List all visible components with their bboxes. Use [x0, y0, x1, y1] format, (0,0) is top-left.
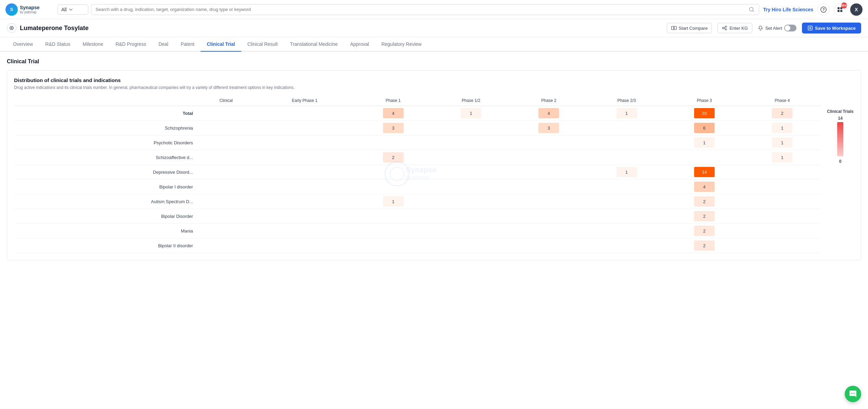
legend-gradient: [837, 122, 843, 156]
table-row: Mania2: [14, 224, 821, 238]
heat-cell: 1: [772, 137, 792, 148]
heat-cell-container: [588, 180, 665, 194]
heat-cell-container: 28: [665, 106, 743, 121]
heat-cell-container: [665, 150, 743, 165]
help-button[interactable]: ?: [817, 3, 830, 16]
heat-cell-container: [255, 165, 354, 180]
start-compare-button[interactable]: Start Compare: [667, 23, 712, 33]
tab-overview[interactable]: Overview: [7, 37, 39, 52]
table-row: Bipolar I disorder4: [14, 180, 821, 194]
heat-cell-container: [588, 224, 665, 238]
heat-cell: 2: [383, 152, 404, 162]
heat-cell: 4: [694, 182, 715, 192]
heat-cell-container: [743, 165, 821, 180]
heat-cell-container: 2: [354, 150, 432, 165]
table-row: Bipolar Disorder2: [14, 209, 821, 224]
heat-cell-container: [588, 135, 665, 150]
heat-cell-container: [432, 238, 510, 253]
svg-line-15: [724, 28, 726, 29]
heat-cell-container: [197, 209, 255, 224]
set-alert-label: Set Alert: [765, 26, 782, 31]
user-avatar[interactable]: X: [850, 3, 863, 16]
heat-cell-container: 4: [665, 180, 743, 194]
search-input[interactable]: [95, 7, 746, 12]
heat-cell-container: [255, 224, 354, 238]
row-label: Psychotic Disorders: [14, 135, 197, 150]
tab-patent[interactable]: Patent: [175, 37, 201, 52]
svg-point-12: [725, 26, 727, 27]
alert-toggle-switch[interactable]: [784, 25, 796, 31]
heat-cell-container: 2: [665, 209, 743, 224]
heat-cell: 1: [772, 152, 792, 162]
try-hiro-link[interactable]: Try Hiro Life Sciences: [763, 7, 813, 12]
search-filter-dropdown[interactable]: All: [58, 4, 88, 15]
row-label: Depressive Disord...: [14, 165, 197, 180]
tab-clinical-result[interactable]: Clinical Result: [241, 37, 284, 52]
heat-cell-container: [588, 121, 665, 135]
pin-button[interactable]: [7, 23, 16, 33]
row-label: Mania: [14, 224, 197, 238]
svg-point-11: [723, 27, 724, 29]
set-alert-toggle: Set Alert: [758, 25, 796, 31]
heat-cell-container: [197, 106, 255, 121]
heat-cell-container: [197, 238, 255, 253]
compare-icon: [671, 25, 677, 31]
col-header: Clinical: [197, 95, 255, 106]
chart-subtitle: Drug active indications and its clinical…: [14, 85, 854, 90]
row-label: Schizoaffective d...: [14, 150, 197, 165]
heat-cell-container: [510, 150, 588, 165]
heat-cell-container: [197, 135, 255, 150]
tab-deal[interactable]: Deal: [152, 37, 175, 52]
heat-cell: 1: [772, 123, 792, 133]
heat-cell-container: [510, 209, 588, 224]
logo-sub: by patsnap: [20, 10, 40, 14]
table-row: Total4141282: [14, 106, 821, 121]
heat-cell-container: [354, 165, 432, 180]
tab-r-d-progress[interactable]: R&D Progress: [109, 37, 152, 52]
heat-cell-container: [197, 165, 255, 180]
section-title: Clinical Trial: [7, 58, 861, 65]
apps-button[interactable]: New: [834, 3, 846, 16]
table-row: Autism Spectrum D...12: [14, 194, 821, 209]
heat-cell-container: [743, 209, 821, 224]
heat-cell-container: [354, 180, 432, 194]
heat-cell-container: [510, 238, 588, 253]
kg-icon: [722, 25, 727, 31]
heat-cell: 4: [383, 108, 404, 118]
heat-cell: 28: [694, 108, 715, 118]
heat-cell-container: [588, 194, 665, 209]
heat-cell-container: [743, 224, 821, 238]
heat-cell-container: [588, 238, 665, 253]
search-box: [91, 4, 759, 15]
svg-line-14: [724, 27, 726, 28]
heat-cell-container: [588, 150, 665, 165]
tab-translational-medicine[interactable]: Translational Medicine: [284, 37, 344, 52]
tab-r-d-status[interactable]: R&D Status: [39, 37, 76, 52]
svg-rect-9: [672, 26, 674, 30]
save-workspace-button[interactable]: Save to Workspace: [802, 23, 861, 34]
main-content: Clinical Trial Distribution of clinical …: [0, 52, 868, 267]
tab-approval[interactable]: Approval: [344, 37, 375, 52]
tab-milestone[interactable]: Milestone: [77, 37, 110, 52]
new-badge: New: [841, 2, 847, 9]
bell-icon: [758, 25, 763, 31]
heat-cell-container: [255, 238, 354, 253]
svg-text:?: ?: [822, 8, 825, 12]
heat-cell-container: [354, 224, 432, 238]
heat-cell-container: 2: [665, 194, 743, 209]
filter-label: All: [61, 7, 67, 12]
heat-cell-container: 1: [665, 135, 743, 150]
heat-cell: 1: [383, 196, 404, 207]
enter-kg-button[interactable]: Enter KG: [717, 23, 752, 33]
heat-cell-container: 2: [743, 106, 821, 121]
chevron-down-icon: [69, 8, 73, 12]
heat-cell: 2: [694, 196, 715, 207]
heat-cell-container: 1: [588, 165, 665, 180]
heat-cell-container: [432, 165, 510, 180]
chart-card: Distribution of clinical trials and indi…: [7, 70, 861, 260]
tab-regulatory-review[interactable]: Regulatory Review: [375, 37, 428, 52]
logo: S Synapse by patsnap: [5, 3, 53, 16]
tab-clinical-trial[interactable]: Clinical Trial: [201, 37, 241, 52]
heat-cell-container: [743, 194, 821, 209]
heat-cell-container: [432, 135, 510, 150]
